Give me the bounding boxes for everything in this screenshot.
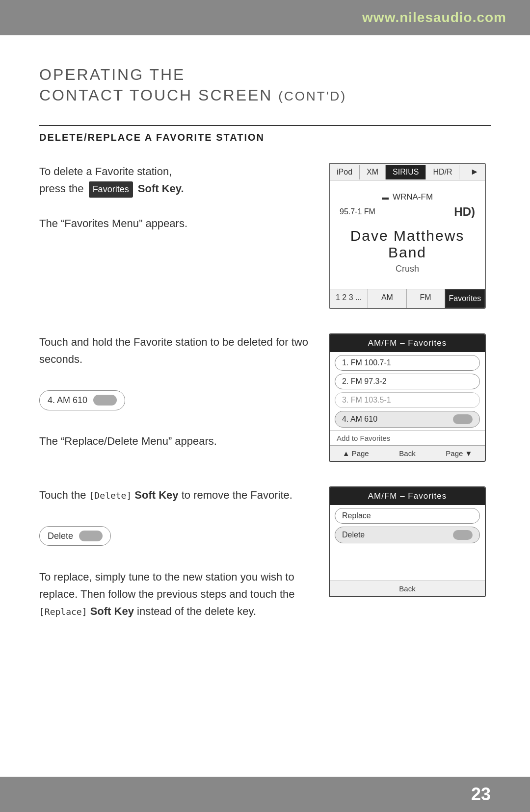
delete-code: [Delete] xyxy=(89,490,132,501)
btn-123[interactable]: 1 2 3 ... xyxy=(330,289,368,308)
replace-widget-col: AM/FM – Favorites Replace Delete Back xyxy=(329,486,491,597)
favorites-menu-header: AM/FM – Favorites xyxy=(330,334,485,352)
device-screen-1: iPod XM SIRIUS HD/R ► ▬ WRNA-FM 95.7-1 F… xyxy=(329,163,486,309)
item-toggle xyxy=(453,414,473,424)
favorites-widget-col: AM/FM – Favorites 1. FM 100.7-1 2. FM 97… xyxy=(329,333,491,462)
tab-arrow-icon[interactable]: ► xyxy=(464,164,485,180)
instruction-text-1: To delete a Favorite station, press the … xyxy=(39,163,309,232)
add-to-favorites[interactable]: Add to Favorites xyxy=(330,431,485,445)
btn-fm[interactable]: FM xyxy=(407,289,445,308)
delete-item[interactable]: Delete xyxy=(335,527,480,543)
instruction-block-3: Touch the [Delete] Soft Key to remove th… xyxy=(39,486,491,620)
instruction-text-3: Touch the [Delete] Soft Key to remove th… xyxy=(39,486,309,620)
favorites-badge: Favorites xyxy=(89,181,133,198)
replace-back-btn[interactable]: Back xyxy=(381,581,433,596)
replace-empty-right xyxy=(433,581,485,596)
replace-menu-header: AM/FM – Favorites xyxy=(330,487,485,505)
btn-favorites[interactable]: Favorites xyxy=(445,289,485,308)
tab-ipod[interactable]: iPod xyxy=(330,165,360,179)
favorites-bottom-bar: ▲ Page Back Page ▼ xyxy=(330,445,485,461)
favorites-item-3[interactable]: 3. FM 103.5-1 xyxy=(335,392,480,408)
replace-bottom-bar: Back xyxy=(330,581,485,596)
page-title: OPERATING THE CONTACT TOUCH SCREEN (CONT… xyxy=(39,65,491,105)
instruction-block-1: To delete a Favorite station, press the … xyxy=(39,163,491,309)
artist-name: Dave Matthews Band xyxy=(340,228,475,261)
website-url: www.nilesaudio.com xyxy=(362,10,506,25)
tab-xm[interactable]: XM xyxy=(360,165,386,179)
instruction-block-2: Touch and hold the Favorite station to b… xyxy=(39,333,491,462)
tab-bar: iPod XM SIRIUS HD/R ► xyxy=(330,164,485,180)
tab-hdr[interactable]: HD/R xyxy=(426,165,459,179)
toggle-icon xyxy=(93,395,117,406)
freq-row: 95.7-1 FM HD) xyxy=(340,203,475,223)
hd-icon: HD) xyxy=(454,205,475,219)
station-name-row: ▬ WRNA-FM xyxy=(340,188,475,203)
device-content: ▬ WRNA-FM 95.7-1 FM HD) Dave Matthews Ba… xyxy=(330,180,485,289)
device-btn-bar: 1 2 3 ... AM FM Favorites xyxy=(330,289,485,308)
delete-item-toggle xyxy=(453,530,473,540)
page-number: 23 xyxy=(471,784,491,805)
instruction-text-2: Touch and hold the Favorite station to b… xyxy=(39,333,309,450)
btn-am[interactable]: AM xyxy=(368,289,406,308)
replace-empty-left xyxy=(330,581,381,596)
replace-menu: AM/FM – Favorites Replace Delete Back xyxy=(329,486,486,597)
page-up-btn[interactable]: ▲ Page xyxy=(330,446,381,461)
tab-sirius[interactable]: SIRIUS xyxy=(386,165,426,179)
spacer xyxy=(330,546,485,581)
main-content: OPERATING THE CONTACT TOUCH SCREEN (CONT… xyxy=(0,35,530,674)
favorites-item-2[interactable]: 2. FM 97.3-2 xyxy=(335,374,480,389)
delete-widget: Delete xyxy=(39,526,111,546)
back-btn[interactable]: Back xyxy=(381,446,433,461)
footer-bar: 23 xyxy=(0,777,530,812)
section-title: DELETE/REPLACE A FAVORITE STATION xyxy=(39,132,491,143)
header-bar: www.nilesaudio.com xyxy=(0,0,530,35)
favorites-item-4[interactable]: 4. AM 610 xyxy=(335,411,480,428)
favorites-item-1[interactable]: 1. FM 100.7-1 xyxy=(335,355,480,371)
am610-widget: 4. AM 610 xyxy=(39,390,125,410)
replace-code: [Replace] xyxy=(39,607,87,617)
device-widget-1: iPod XM SIRIUS HD/R ► ▬ WRNA-FM 95.7-1 F… xyxy=(329,163,491,309)
section-header: DELETE/REPLACE A FAVORITE STATION xyxy=(39,125,491,143)
favorites-menu: AM/FM – Favorites 1. FM 100.7-1 2. FM 97… xyxy=(329,333,486,462)
replace-item[interactable]: Replace xyxy=(335,508,480,524)
song-name: Crush xyxy=(340,264,475,274)
page-down-btn[interactable]: Page ▼ xyxy=(433,446,485,461)
delete-toggle xyxy=(79,531,103,541)
